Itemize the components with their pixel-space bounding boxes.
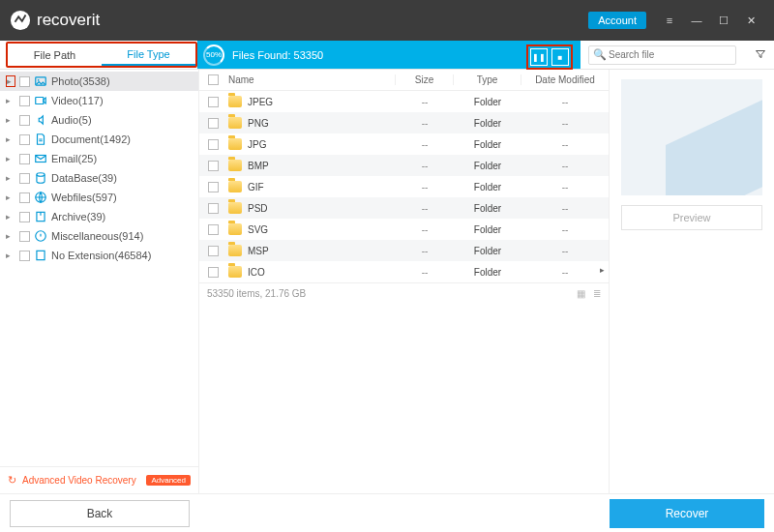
sidebar-item-doc[interactable]: ▸Document(1492) (0, 130, 198, 149)
category-checkbox[interactable] (19, 212, 30, 222)
sidebar-item-db[interactable]: ▸DataBase(39) (0, 168, 198, 188)
close-icon[interactable]: ✕ (737, 7, 764, 34)
sidebar-item-video[interactable]: ▸Video(117) (0, 91, 198, 110)
scan-progress-bar: 50% Files Found: 53350 ❚❚ ■ (197, 41, 580, 69)
expand-caret-icon[interactable]: ▸ (6, 96, 15, 105)
category-label: Audio(5) (51, 114, 92, 126)
account-button[interactable]: Account (588, 12, 646, 29)
row-name: JPEG (248, 97, 273, 107)
expand-caret-icon[interactable]: ▸ (6, 251, 15, 260)
row-name: ICO (248, 267, 265, 278)
sidebar-item-web[interactable]: ▸Webfiles(597) (0, 188, 198, 207)
image-icon (34, 74, 47, 88)
sidebar-item-mail[interactable]: ▸Email(25) (0, 149, 198, 168)
expand-caret-icon[interactable]: ▸ (6, 154, 15, 163)
filter-icon[interactable] (755, 48, 766, 62)
expand-caret-icon[interactable]: ▸ (6, 231, 15, 241)
category-checkbox[interactable] (19, 76, 30, 87)
expand-caret-icon[interactable]: ▸ (6, 134, 15, 144)
table-row[interactable]: PNG--Folder-- (199, 112, 609, 133)
row-checkbox[interactable] (208, 203, 219, 214)
list-view-icon[interactable]: ≣ (593, 288, 601, 299)
category-checkbox[interactable] (19, 115, 30, 126)
sidebar-item-zip[interactable]: ▸Archive(39) (0, 207, 198, 226)
expand-caret-icon[interactable]: ▸ (6, 192, 15, 202)
table-row[interactable]: SVG--Folder-- (199, 219, 609, 240)
row-date: -- (521, 246, 609, 256)
sidebar-item-none[interactable]: ▸No Extension(46584) (0, 246, 198, 265)
row-date: -- (521, 203, 609, 214)
row-checkbox[interactable] (208, 139, 219, 150)
row-checkbox[interactable] (208, 161, 219, 171)
recover-button[interactable]: Recover (610, 499, 764, 528)
row-name: SVG (248, 224, 268, 235)
col-type[interactable]: Type (454, 74, 521, 85)
svg-point-2 (38, 79, 40, 81)
tab-file-type[interactable]: File Type (102, 44, 195, 66)
minimize-icon[interactable]: — (683, 7, 710, 34)
select-all-checkbox[interactable] (208, 74, 219, 85)
col-name[interactable]: Name (226, 74, 396, 85)
table-row[interactable]: ICO--Folder-- (199, 261, 609, 282)
app-logo: recoverit (10, 10, 100, 31)
stop-scan-button[interactable]: ■ (551, 48, 569, 66)
category-checkbox[interactable] (19, 173, 30, 184)
advanced-badge: Advanced (146, 475, 191, 486)
table-row[interactable]: PSD--Folder-- (199, 197, 609, 219)
col-size[interactable]: Size (396, 74, 454, 85)
grid-view-icon[interactable]: ▦ (577, 288, 585, 299)
category-label: Archive(39) (51, 211, 105, 222)
main-area: ▸Photo(3538)▸Video(117)▸Audio(5)▸Documen… (0, 70, 774, 493)
col-date[interactable]: Date Modified (521, 74, 609, 85)
table-row[interactable]: JPG--Folder-- (199, 133, 609, 155)
row-checkbox[interactable] (208, 224, 219, 235)
row-date: -- (521, 161, 609, 171)
preview-thumbnail (621, 79, 762, 195)
back-button[interactable]: Back (10, 500, 190, 527)
folder-icon (228, 202, 242, 214)
search-input[interactable] (588, 45, 736, 65)
row-date: -- (521, 139, 609, 150)
row-checkbox[interactable] (208, 182, 219, 192)
expand-caret-icon[interactable]: ▸ (6, 75, 15, 87)
row-checkbox[interactable] (208, 246, 219, 256)
category-checkbox[interactable] (19, 231, 30, 242)
row-checkbox[interactable] (208, 118, 219, 129)
row-type: Folder (454, 267, 521, 278)
sidebar-item-misc[interactable]: ▸Miscellaneous(914) (0, 226, 198, 246)
preview-pane: Preview (610, 70, 774, 493)
folder-icon (228, 245, 242, 256)
folder-icon (228, 138, 242, 150)
category-checkbox[interactable] (19, 192, 30, 203)
preview-button[interactable]: Preview (621, 205, 762, 230)
pause-scan-button[interactable]: ❚❚ (530, 48, 548, 66)
expand-caret-icon[interactable]: ▸ (6, 173, 15, 183)
svg-rect-3 (36, 98, 44, 104)
category-checkbox[interactable] (19, 96, 30, 106)
none-icon (34, 249, 47, 262)
sidebar-item-image[interactable]: ▸Photo(3538) (0, 72, 198, 91)
row-checkbox[interactable] (208, 97, 219, 107)
row-type: Folder (454, 246, 521, 256)
table-row[interactable]: GIF--Folder-- (199, 176, 609, 197)
row-size: -- (396, 118, 454, 129)
row-checkbox[interactable] (208, 267, 219, 278)
row-date: -- (521, 224, 609, 235)
file-list-pane: Name Size Type Date Modified JPEG--Folde… (199, 70, 610, 493)
table-row[interactable]: BMP--Folder-- (199, 155, 609, 176)
tab-file-path[interactable]: File Path (8, 44, 102, 66)
table-row[interactable]: MSP--Folder-- (199, 240, 609, 261)
expand-caret-icon[interactable]: ▸ (6, 212, 15, 222)
advanced-video-recovery[interactable]: ↻ Advanced Video Recovery Advanced (0, 466, 198, 493)
expand-caret-icon[interactable]: ▸ (6, 115, 15, 125)
category-checkbox[interactable] (19, 134, 30, 145)
category-checkbox[interactable] (19, 251, 30, 261)
menu-icon[interactable]: ≡ (656, 7, 683, 34)
maximize-icon[interactable]: ☐ (710, 7, 737, 34)
category-checkbox[interactable] (19, 154, 30, 164)
sidebar-item-audio[interactable]: ▸Audio(5) (0, 110, 198, 130)
path-type-tabs: File Path File Type (6, 42, 197, 68)
row-size: -- (396, 139, 454, 150)
category-label: Miscellaneous(914) (51, 230, 143, 242)
table-row[interactable]: JPEG--Folder-- (199, 91, 609, 112)
